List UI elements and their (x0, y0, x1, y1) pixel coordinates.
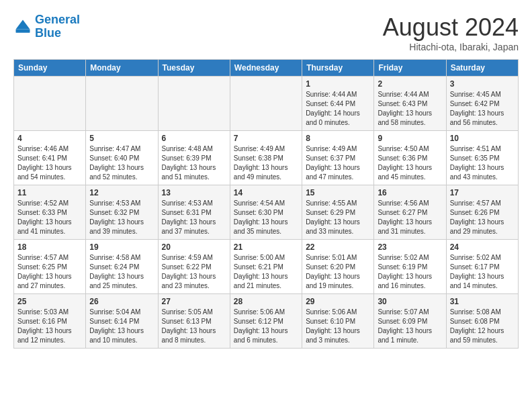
page-header: General Blue August 2024 Hitachi-ota, Ib… (13, 13, 519, 52)
day-number: 22 (306, 242, 370, 252)
day-number: 19 (89, 242, 154, 252)
calendar-cell (14, 77, 86, 131)
day-number: 12 (89, 188, 154, 197)
day-number: 23 (378, 242, 442, 252)
day-info: Sunrise: 4:46 AM Sunset: 6:41 PM Dayligh… (17, 144, 82, 182)
calendar-cell: 26Sunrise: 5:04 AM Sunset: 6:14 PM Dayli… (86, 294, 158, 349)
calendar-cell: 2Sunrise: 4:44 AM Sunset: 6:43 PM Daylig… (374, 77, 446, 131)
calendar-cell: 6Sunrise: 4:48 AM Sunset: 6:39 PM Daylig… (158, 131, 230, 185)
day-number: 30 (378, 297, 442, 306)
day-number: 1 (306, 79, 370, 89)
calendar-cell: 5Sunrise: 4:47 AM Sunset: 6:40 PM Daylig… (86, 131, 158, 185)
logo-text: General Blue (35, 13, 80, 40)
day-number: 3 (450, 79, 515, 89)
calendar-cell (86, 77, 158, 131)
day-number: 21 (234, 242, 298, 252)
day-info: Sunrise: 5:02 AM Sunset: 6:17 PM Dayligh… (450, 253, 515, 291)
calendar-cell: 15Sunrise: 4:55 AM Sunset: 6:29 PM Dayli… (302, 185, 374, 240)
day-number: 4 (17, 134, 82, 143)
calendar-cell: 24Sunrise: 5:02 AM Sunset: 6:17 PM Dayli… (446, 240, 518, 294)
calendar-cell: 16Sunrise: 4:56 AM Sunset: 6:27 PM Dayli… (374, 185, 446, 240)
logo: General Blue (13, 13, 80, 40)
calendar-cell: 8Sunrise: 4:49 AM Sunset: 6:37 PM Daylig… (302, 131, 374, 185)
day-info: Sunrise: 4:54 AM Sunset: 6:30 PM Dayligh… (234, 199, 298, 236)
day-info: Sunrise: 5:02 AM Sunset: 6:19 PM Dayligh… (378, 253, 442, 291)
calendar-week-row: 11Sunrise: 4:52 AM Sunset: 6:33 PM Dayli… (14, 185, 519, 240)
day-info: Sunrise: 4:48 AM Sunset: 6:39 PM Dayligh… (162, 144, 226, 182)
weekday-header-friday: Friday (374, 60, 446, 77)
day-info: Sunrise: 4:53 AM Sunset: 6:32 PM Dayligh… (89, 199, 154, 236)
day-number: 25 (17, 297, 82, 306)
calendar-cell: 20Sunrise: 4:59 AM Sunset: 6:22 PM Dayli… (158, 240, 230, 294)
calendar-cell: 7Sunrise: 4:49 AM Sunset: 6:38 PM Daylig… (230, 131, 302, 185)
weekday-header-tuesday: Tuesday (158, 60, 230, 77)
calendar-cell: 22Sunrise: 5:01 AM Sunset: 6:20 PM Dayli… (302, 240, 374, 294)
calendar-cell: 17Sunrise: 4:57 AM Sunset: 6:26 PM Dayli… (446, 185, 518, 240)
calendar-cell: 23Sunrise: 5:02 AM Sunset: 6:19 PM Dayli… (374, 240, 446, 294)
calendar-cell: 4Sunrise: 4:46 AM Sunset: 6:41 PM Daylig… (14, 131, 86, 185)
calendar-cell: 9Sunrise: 4:50 AM Sunset: 6:36 PM Daylig… (374, 131, 446, 185)
day-number: 6 (162, 134, 226, 143)
day-number: 7 (234, 134, 298, 143)
weekday-header-saturday: Saturday (446, 60, 518, 77)
month-title: August 2024 (383, 13, 519, 42)
day-info: Sunrise: 4:44 AM Sunset: 6:44 PM Dayligh… (306, 90, 370, 128)
day-number: 26 (89, 297, 154, 306)
calendar-week-row: 4Sunrise: 4:46 AM Sunset: 6:41 PM Daylig… (14, 131, 519, 185)
day-info: Sunrise: 5:07 AM Sunset: 6:09 PM Dayligh… (378, 308, 442, 345)
day-info: Sunrise: 4:53 AM Sunset: 6:31 PM Dayligh… (162, 199, 226, 236)
day-number: 20 (162, 242, 226, 252)
calendar-cell: 27Sunrise: 5:05 AM Sunset: 6:13 PM Dayli… (158, 294, 230, 349)
calendar-cell: 30Sunrise: 5:07 AM Sunset: 6:09 PM Dayli… (374, 294, 446, 349)
calendar-cell: 29Sunrise: 5:06 AM Sunset: 6:10 PM Dayli… (302, 294, 374, 349)
day-info: Sunrise: 4:52 AM Sunset: 6:33 PM Dayligh… (17, 199, 82, 236)
day-number: 29 (306, 297, 370, 306)
calendar-week-row: 18Sunrise: 4:57 AM Sunset: 6:25 PM Dayli… (14, 240, 519, 294)
calendar-cell (230, 77, 302, 131)
logo-line2: Blue (35, 26, 61, 40)
calendar-cell: 11Sunrise: 4:52 AM Sunset: 6:33 PM Dayli… (14, 185, 86, 240)
day-info: Sunrise: 4:50 AM Sunset: 6:36 PM Dayligh… (378, 144, 442, 182)
day-number: 28 (234, 297, 298, 306)
day-number: 8 (306, 134, 370, 143)
day-info: Sunrise: 5:00 AM Sunset: 6:21 PM Dayligh… (234, 253, 298, 291)
logo-line1: General (35, 13, 80, 26)
day-info: Sunrise: 4:49 AM Sunset: 6:37 PM Dayligh… (306, 144, 370, 182)
day-number: 10 (450, 134, 515, 143)
day-number: 16 (378, 188, 442, 197)
calendar-week-row: 25Sunrise: 5:03 AM Sunset: 6:16 PM Dayli… (14, 294, 519, 349)
calendar-cell: 12Sunrise: 4:53 AM Sunset: 6:32 PM Dayli… (86, 185, 158, 240)
day-number: 5 (89, 134, 154, 143)
calendar-cell: 18Sunrise: 4:57 AM Sunset: 6:25 PM Dayli… (14, 240, 86, 294)
day-info: Sunrise: 4:58 AM Sunset: 6:24 PM Dayligh… (89, 253, 154, 291)
day-number: 11 (17, 188, 82, 197)
day-info: Sunrise: 4:55 AM Sunset: 6:29 PM Dayligh… (306, 199, 370, 236)
day-number: 15 (306, 188, 370, 197)
calendar-week-row: 1Sunrise: 4:44 AM Sunset: 6:44 PM Daylig… (14, 77, 519, 131)
calendar-cell: 3Sunrise: 4:45 AM Sunset: 6:42 PM Daylig… (446, 77, 518, 131)
calendar-cell: 25Sunrise: 5:03 AM Sunset: 6:16 PM Dayli… (14, 294, 86, 349)
title-block: August 2024 Hitachi-ota, Ibaraki, Japan (383, 13, 519, 52)
calendar-cell: 31Sunrise: 5:08 AM Sunset: 6:08 PM Dayli… (446, 294, 518, 349)
day-number: 2 (378, 79, 442, 89)
calendar-cell: 28Sunrise: 5:06 AM Sunset: 6:12 PM Dayli… (230, 294, 302, 349)
weekday-header-monday: Monday (86, 60, 158, 77)
svg-rect-1 (16, 29, 30, 32)
day-number: 27 (162, 297, 226, 306)
day-number: 17 (450, 188, 515, 197)
day-info: Sunrise: 4:51 AM Sunset: 6:35 PM Dayligh… (450, 144, 515, 182)
day-info: Sunrise: 4:56 AM Sunset: 6:27 PM Dayligh… (378, 199, 442, 236)
weekday-header-thursday: Thursday (302, 60, 374, 77)
day-info: Sunrise: 4:57 AM Sunset: 6:26 PM Dayligh… (450, 199, 515, 236)
day-number: 18 (17, 242, 82, 252)
day-info: Sunrise: 5:01 AM Sunset: 6:20 PM Dayligh… (306, 253, 370, 291)
logo-icon (13, 17, 32, 36)
calendar-cell: 13Sunrise: 4:53 AM Sunset: 6:31 PM Dayli… (158, 185, 230, 240)
day-info: Sunrise: 5:06 AM Sunset: 6:12 PM Dayligh… (234, 308, 298, 345)
day-info: Sunrise: 4:45 AM Sunset: 6:42 PM Dayligh… (450, 90, 515, 128)
day-info: Sunrise: 4:44 AM Sunset: 6:43 PM Dayligh… (378, 90, 442, 128)
calendar-cell: 14Sunrise: 4:54 AM Sunset: 6:30 PM Dayli… (230, 185, 302, 240)
location: Hitachi-ota, Ibaraki, Japan (383, 42, 519, 52)
calendar-cell: 1Sunrise: 4:44 AM Sunset: 6:44 PM Daylig… (302, 77, 374, 131)
day-info: Sunrise: 5:03 AM Sunset: 6:16 PM Dayligh… (17, 308, 82, 345)
